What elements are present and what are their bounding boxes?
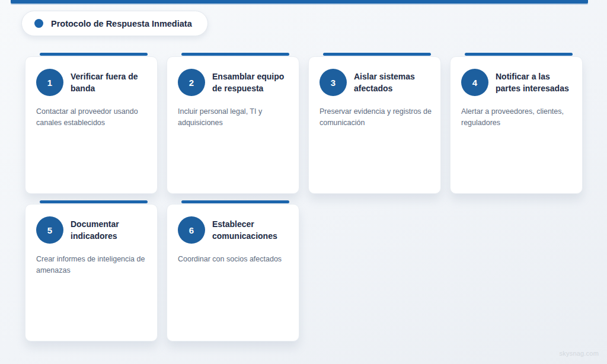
step-number-badge: 2 — [178, 69, 205, 96]
card-top-accent-bar — [181, 200, 289, 203]
step-number: 2 — [189, 78, 194, 88]
step-description: Coordinar con socios afectados — [167, 244, 299, 265]
step-description: Contactar al proveedor usando canales es… — [25, 96, 157, 129]
step-title: Verificar fuera de banda — [71, 71, 146, 95]
step-title: Notificar a las partes interesadas — [496, 71, 571, 95]
card-top-accent-bar — [40, 53, 148, 56]
step-number: 1 — [47, 78, 52, 88]
protocol-step-card: 3 Aislar sistemas afectados Preservar ev… — [308, 56, 441, 194]
step-title: Ensamblar equipo de respuesta — [212, 71, 288, 95]
card-header: 5 Documentar indicadores — [25, 205, 157, 244]
step-number-badge: 4 — [461, 69, 488, 96]
card-top-accent-bar — [181, 53, 289, 56]
step-number-badge: 5 — [36, 216, 63, 244]
step-number-badge: 1 — [36, 69, 63, 96]
step-title: Documentar indicadores — [71, 218, 146, 242]
card-header: 1 Verificar fuera de banda — [25, 57, 157, 96]
card-top-accent-bar — [465, 53, 573, 56]
protocol-step-card: 2 Ensamblar equipo de respuesta Incluir … — [167, 56, 299, 194]
step-number-badge: 6 — [178, 216, 205, 244]
step-number: 5 — [47, 225, 52, 235]
bullet-dot-icon — [34, 19, 43, 28]
page-background: Protocolo de Respuesta Inmediata 1 Verif… — [0, 0, 607, 364]
step-title: Aislar sistemas afectados — [354, 71, 430, 95]
step-description: Alertar a proveedores, clientes, regulad… — [451, 96, 582, 129]
protocol-step-card: 5 Documentar indicadores Crear informes … — [25, 204, 158, 341]
watermark-text: skysnag.com — [560, 350, 599, 357]
step-description: Preservar evidencia y registros de comun… — [309, 96, 440, 129]
card-top-accent-bar — [323, 53, 431, 56]
card-header: 3 Aislar sistemas afectados — [309, 57, 440, 96]
step-number: 4 — [472, 78, 477, 88]
protocol-step-card: 4 Notificar a las partes interesadas Ale… — [450, 56, 583, 194]
card-header: 6 Establecer comunicaciones — [167, 205, 299, 244]
step-title: Establecer comunicaciones — [212, 218, 288, 242]
card-header: 2 Ensamblar equipo de respuesta — [167, 57, 299, 96]
step-number: 6 — [189, 225, 194, 235]
step-description: Crear informes de inteligencia de amenaz… — [25, 244, 157, 277]
step-number-badge: 3 — [320, 69, 347, 96]
step-description: Incluir personal legal, TI y adquisicion… — [167, 96, 299, 129]
protocol-header-pill: Protocolo de Respuesta Inmediata — [21, 11, 208, 36]
card-header: 4 Notificar a las partes interesadas — [451, 57, 582, 96]
protocol-steps-grid: 1 Verificar fuera de banda Contactar al … — [25, 56, 583, 341]
protocol-step-card: 1 Verificar fuera de banda Contactar al … — [25, 56, 158, 194]
protocol-step-card: 6 Establecer comunicaciones Coordinar co… — [167, 204, 299, 341]
top-accent-bar — [11, 0, 588, 4]
step-number: 3 — [331, 78, 336, 88]
page-title: Protocolo de Respuesta Inmediata — [51, 19, 192, 28]
card-top-accent-bar — [40, 200, 148, 203]
